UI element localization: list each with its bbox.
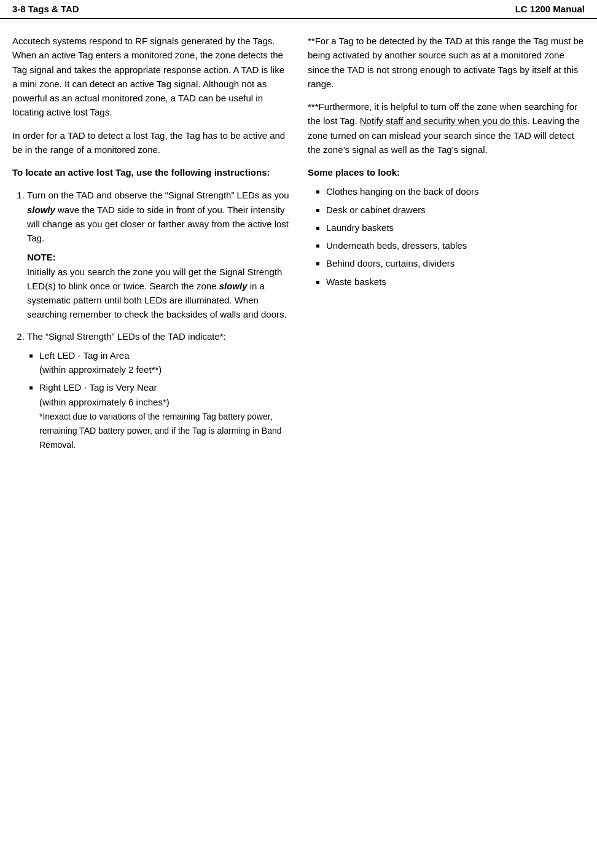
left-led-detail: (within approximately 2 feet**) — [39, 364, 162, 375]
step-2: The “Signal Strength” LEDs of the TAD in… — [27, 329, 289, 452]
step-1: Turn on the TAD and observe the “Signal … — [27, 188, 289, 321]
page-body: Accutech systems respond to RF signals g… — [0, 19, 597, 473]
underline-text: Notify staff and security when you do th… — [360, 115, 527, 126]
left-led-item: Left LED - Tag in Area (within approxima… — [39, 348, 289, 377]
step-2-sub-list: Left LED - Tag in Area (within approxima… — [39, 348, 289, 452]
intro-paragraph-1: Accutech systems respond to RF signals g… — [12, 34, 289, 120]
place-item-2: Desk or cabinet drawers — [326, 203, 585, 217]
right-led-label: Right LED - Tag is Very Near — [39, 382, 157, 393]
page-header: 3-8 Tags & TAD LC 1200 Manual — [0, 0, 597, 19]
some-places-list: Clothes hanging on the back of doors Des… — [326, 184, 585, 289]
step-1-text-before: Turn on the TAD and observe the “Signal … — [27, 190, 289, 200]
left-led-label: Left LED - Tag in Area — [39, 350, 129, 361]
note-block: NOTE: Initially as you search the zone y… — [27, 250, 289, 321]
note-bold: slowly — [219, 281, 248, 291]
header-left: 3-8 Tags & TAD — [12, 4, 79, 14]
step-2-text: The “Signal Strength” LEDs of the TAD in… — [27, 331, 226, 342]
right-column: **For a Tag to be detected by the TAD at… — [308, 34, 585, 461]
intro-paragraph-2: In order for a TAD to detect a lost Tag,… — [12, 128, 289, 157]
place-item-1: Clothes hanging on the back of doors — [326, 184, 585, 198]
bold-heading: To locate an active lost Tag, use the fo… — [12, 165, 289, 179]
step-1-bold: slowly — [27, 205, 55, 215]
place-item-5: Behind doors, curtains, dividers — [326, 256, 585, 270]
right-led-item: Right LED - Tag is Very Near (within app… — [39, 380, 289, 452]
note-label: NOTE: — [27, 252, 56, 262]
left-column: Accutech systems respond to RF signals g… — [12, 34, 289, 461]
place-item-4: Underneath beds, dressers, tables — [326, 238, 585, 252]
some-places-heading: Some places to look: — [308, 165, 585, 179]
step-1-text-after: wave the TAD side to side in front of yo… — [27, 205, 289, 244]
steps-list: Turn on the TAD and observe the “Signal … — [27, 188, 289, 452]
right-led-detail: (within approximately 6 inches*) — [39, 397, 170, 407]
right-para-1: **For a Tag to be detected by the TAD at… — [308, 34, 585, 91]
right-para-2: ***Furthermore, it is helpful to turn of… — [308, 100, 585, 157]
header-right: LC 1200 Manual — [515, 4, 585, 14]
right-led-asterisk: *Inexact due to variations of the remain… — [39, 412, 282, 450]
place-item-6: Waste baskets — [326, 275, 585, 289]
place-item-3: Laundry baskets — [326, 221, 585, 235]
